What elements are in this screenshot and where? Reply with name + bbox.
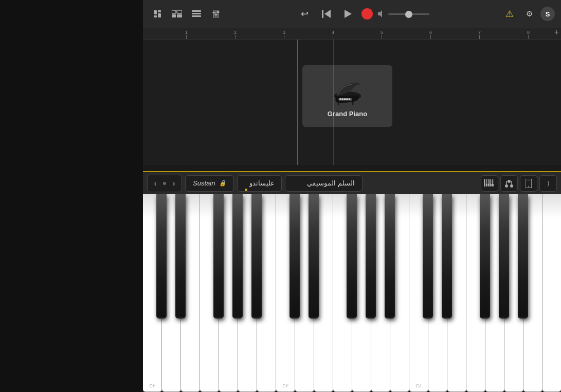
white-key-f2[interactable] xyxy=(200,194,219,392)
add-track-btn[interactable]: + xyxy=(554,28,559,37)
browser-btn[interactable] xyxy=(149,6,166,22)
white-key-c5[interactable] xyxy=(542,194,561,392)
mixer-btn[interactable] xyxy=(208,6,224,22)
svg-rect-25 xyxy=(339,98,341,100)
svg-rect-2 xyxy=(158,13,161,17)
black-key-g2-sharp[interactable] xyxy=(232,194,243,319)
black-key-a3-sharp[interactable] xyxy=(385,194,395,319)
svg-rect-23 xyxy=(352,102,353,105)
left-sidebar xyxy=(0,0,143,392)
ruler-mark-8: 8 xyxy=(528,29,529,39)
black-key-c3-sharp[interactable] xyxy=(289,194,300,319)
svg-rect-4 xyxy=(172,10,176,13)
toolbar-center: ↩ xyxy=(297,6,429,22)
white-key-c2[interactable]: C٢ xyxy=(143,194,162,392)
black-key-c4-sharp[interactable] xyxy=(423,194,433,319)
piano-keyboard[interactable]: .wk { flex: 1; background: linear-gradie… xyxy=(143,194,561,392)
ruler-mark-1: 1 xyxy=(186,29,187,39)
record-btn[interactable] xyxy=(361,8,373,20)
undo-btn[interactable]: ↩ xyxy=(297,6,313,22)
toolbar: ↩ xyxy=(143,0,561,28)
toolbar-left-group xyxy=(149,6,224,22)
rewind-btn[interactable] xyxy=(318,6,335,22)
sustain-label: Sustain xyxy=(193,179,215,187)
keyboard-toolbar: ‹ › Sustain 🔒 غليساندو السلم الموسيقي ♩♩ xyxy=(143,171,561,194)
c4-label: C٤ xyxy=(415,383,422,388)
svg-rect-6 xyxy=(172,14,176,17)
black-key-g4-sharp[interactable] xyxy=(499,194,510,319)
device-icon-btn[interactable] xyxy=(520,175,537,192)
scale-btn[interactable]: السلم الموسيقي ♩♩ xyxy=(285,175,363,192)
glissando-btn[interactable]: غليساندو xyxy=(237,175,282,192)
svg-point-47 xyxy=(528,186,529,187)
volume-thumb xyxy=(405,11,412,18)
svg-rect-46 xyxy=(527,180,530,180)
expand-btn[interactable]: ⟩ xyxy=(539,175,557,192)
ruler-mark-4: 4 xyxy=(333,29,333,39)
svg-rect-0 xyxy=(154,10,157,14)
list-view-btn[interactable] xyxy=(188,6,205,22)
white-key-c4[interactable]: C٤ xyxy=(409,194,428,392)
svg-marker-18 xyxy=(324,10,331,18)
lock-icon: 🔒 xyxy=(219,180,226,186)
ruler-mark-5: 5 xyxy=(382,29,382,39)
black-key-f3-sharp[interactable] xyxy=(347,194,357,319)
volume-slider xyxy=(378,10,429,17)
chord-btn[interactable] xyxy=(500,175,518,192)
keyboard-nav-group: ‹ › xyxy=(147,175,182,192)
play-btn[interactable] xyxy=(340,6,356,22)
c3-label: C٣ xyxy=(282,383,288,388)
svg-marker-20 xyxy=(378,10,382,17)
glissando-indicator xyxy=(245,189,247,191)
black-key-f2-sharp[interactable] xyxy=(213,194,224,319)
settings-btn[interactable]: ⚙ xyxy=(521,6,537,22)
view-toggle-btn[interactable] xyxy=(169,6,185,22)
keyboard-right-icons: ⟩ xyxy=(481,175,557,192)
piano-keys-icon-btn[interactable] xyxy=(481,175,498,192)
svg-point-41 xyxy=(510,184,513,188)
black-key-f4-sharp[interactable] xyxy=(480,194,491,319)
black-key-a2-sharp[interactable] xyxy=(251,194,262,319)
svg-rect-8 xyxy=(192,10,201,12)
svg-rect-28 xyxy=(346,98,348,100)
c2-label: C٢ xyxy=(149,383,155,388)
svg-rect-10 xyxy=(192,15,201,17)
glissando-label: غليساندو xyxy=(249,179,274,187)
svg-rect-27 xyxy=(344,98,346,100)
svg-rect-17 xyxy=(322,10,323,18)
sustain-btn[interactable]: Sustain 🔒 xyxy=(185,175,234,192)
black-key-a4-sharp[interactable] xyxy=(518,194,529,319)
white-key-c3[interactable]: C٣ xyxy=(276,194,295,392)
scale-label: السلم الموسيقي xyxy=(307,179,355,187)
white-key-f4[interactable] xyxy=(466,194,485,392)
svg-rect-1 xyxy=(158,10,161,12)
black-key-g3-sharp[interactable] xyxy=(366,194,376,319)
svg-rect-38 xyxy=(491,179,492,184)
svg-rect-15 xyxy=(215,14,218,15)
track-area: Grand Piano xyxy=(143,40,561,165)
grand-piano-block[interactable]: Grand Piano xyxy=(302,65,392,127)
ruler-mark-6: 6 xyxy=(430,29,431,39)
svg-point-40 xyxy=(505,184,508,188)
piano-icon xyxy=(330,75,366,106)
svg-rect-39 xyxy=(493,179,494,184)
keyboard-section: ‹ › Sustain 🔒 غليساندو السلم الموسيقي ♩♩ xyxy=(143,171,561,392)
black-key-d4-sharp[interactable] xyxy=(442,194,453,319)
ruler-marks: 1 2 3 4 5 6 7 xyxy=(145,28,561,39)
warning-btn[interactable]: ⚠ xyxy=(501,6,518,22)
black-key-d2-sharp[interactable] xyxy=(175,194,186,319)
svg-rect-22 xyxy=(337,102,339,105)
svg-rect-7 xyxy=(177,14,182,17)
black-key-c2-sharp[interactable] xyxy=(156,194,167,319)
white-key-f3[interactable] xyxy=(333,194,352,392)
toolbar-right-group: ⚠ ⚙ S xyxy=(501,6,555,22)
track-line xyxy=(333,40,334,165)
ruler-mark-3: 3 xyxy=(284,29,284,39)
main-area: ↩ xyxy=(143,0,561,392)
profile-btn[interactable]: S xyxy=(540,7,555,21)
svg-point-42 xyxy=(508,180,511,183)
black-key-d3-sharp[interactable] xyxy=(309,194,319,319)
keyboard-next-btn[interactable]: › xyxy=(166,175,182,192)
volume-track[interactable] xyxy=(388,13,429,15)
keyboard-prev-btn[interactable]: ‹ xyxy=(148,175,163,192)
